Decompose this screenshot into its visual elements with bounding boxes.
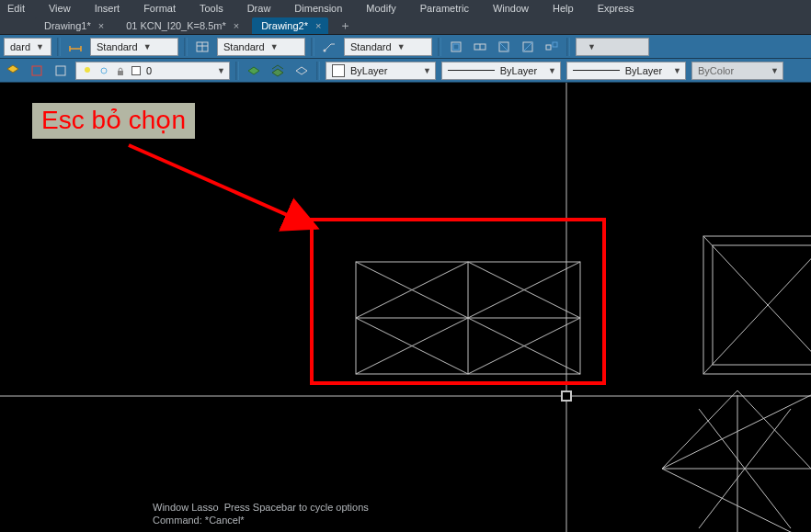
chevron-down-icon: ▼ (588, 42, 596, 51)
document-tabbar: Drawing1* × 01 KCN_I20_K=8.5m* × Drawing… (0, 17, 811, 35)
dd-label: dard (10, 41, 30, 52)
lineweight-dropdown[interactable]: ByLayer ▼ (566, 62, 686, 80)
svg-rect-12 (553, 42, 557, 47)
chevron-down-icon: ▼ (397, 42, 406, 51)
svg-rect-17 (118, 71, 123, 75)
command-history-line: Window Lasso Press Spacebar to cycle opt… (153, 501, 369, 514)
mleader-style-dropdown[interactable]: Standard ▼ (344, 38, 432, 56)
dim-style-icon[interactable] (66, 38, 85, 56)
chevron-down-icon: ▼ (36, 42, 44, 51)
dd-label: Standard (97, 41, 138, 52)
tab-drawing1[interactable]: Drawing1* × (35, 17, 111, 34)
layer-tool-icon-1[interactable] (4, 62, 22, 80)
layer-dropdown[interactable]: 0 ▼ (75, 62, 230, 80)
menu-format[interactable]: Format (143, 3, 176, 14)
scale-icon-1[interactable] (447, 38, 465, 56)
annotation-arrow-icon (123, 140, 335, 241)
separator (57, 38, 61, 56)
menu-draw[interactable]: Draw (247, 3, 271, 14)
separator (566, 38, 570, 56)
color-dropdown[interactable]: ByLayer ▼ (326, 62, 436, 80)
tab-label: Drawing1* (44, 20, 91, 31)
lineweight-sample-icon (573, 70, 620, 71)
menu-window[interactable]: Window (493, 3, 529, 14)
separator (438, 38, 441, 56)
chevron-down-icon: ▼ (143, 42, 152, 51)
layer-name: 0 (146, 65, 152, 76)
table-style-icon[interactable] (193, 38, 211, 56)
dd-label: Standard (223, 41, 265, 52)
layer-tool-icon-3[interactable] (51, 62, 70, 80)
scale-icon-3[interactable] (495, 38, 513, 56)
toolbar-row-2: 0 ▼ ByLayer ▼ ByLayer ▼ ByLayer ▼ ByColo… (0, 59, 811, 83)
separator (235, 62, 239, 80)
svg-point-16 (101, 68, 107, 74)
menu-insert[interactable]: Insert (95, 3, 120, 14)
annotation-highlight-box (310, 218, 606, 385)
svg-line-41 (662, 391, 737, 469)
plotstyle-dropdown[interactable]: ByColor ▼ (691, 62, 783, 80)
chevron-down-icon: ▼ (270, 42, 279, 51)
layer-previous-icon[interactable] (268, 62, 287, 80)
tab-label: Drawing2* (261, 20, 308, 31)
close-icon[interactable]: × (98, 20, 104, 31)
command-line[interactable]: Window Lasso Press Spacebar to cycle opt… (153, 501, 369, 526)
dd-label: Standard (350, 41, 392, 52)
close-icon[interactable]: × (234, 20, 239, 31)
menu-help[interactable]: Help (553, 3, 574, 14)
menu-parametric[interactable]: Parametric (420, 3, 469, 14)
chevron-down-icon: ▼ (673, 66, 681, 75)
svg-rect-11 (546, 45, 551, 50)
menu-edit[interactable]: Edit (7, 3, 25, 14)
dd-label: ByColor (698, 65, 734, 76)
svg-line-43 (129, 145, 316, 228)
mleader-style-icon[interactable] (320, 38, 338, 56)
annotation-label: Esc bỏ chọn (32, 103, 195, 139)
menu-tools[interactable]: Tools (200, 3, 223, 14)
menubar: Edit View Insert Format Tools Draw Dimen… (0, 0, 811, 17)
scale-list-dropdown[interactable]: ▼ (576, 38, 649, 56)
sun-icon (98, 65, 109, 76)
new-tab-button[interactable]: ＋ (334, 17, 357, 34)
scale-icon-4[interactable] (519, 38, 537, 56)
close-icon[interactable]: × (315, 20, 321, 31)
tab-kcn[interactable]: 01 KCN_I20_K=8.5m* × (117, 17, 246, 34)
text-style-dropdown-partial[interactable]: dard ▼ (4, 38, 51, 56)
separator (311, 38, 314, 56)
tab-drawing2[interactable]: Drawing2* × (252, 17, 328, 34)
linetype-sample-icon (448, 70, 495, 71)
svg-rect-34 (713, 245, 811, 365)
scale-icon-5[interactable] (543, 38, 561, 56)
svg-rect-5 (453, 44, 459, 50)
layer-tool-icon-2[interactable] (28, 62, 46, 80)
svg-line-9 (499, 42, 508, 51)
menu-express[interactable]: Express (598, 3, 634, 14)
dd-label: ByLayer (625, 65, 662, 76)
dd-label: ByLayer (500, 65, 537, 76)
separator (184, 38, 188, 56)
layer-match-icon[interactable] (292, 62, 311, 80)
svg-line-42 (737, 391, 811, 469)
chevron-down-icon: ▼ (423, 66, 431, 75)
menu-view[interactable]: View (49, 3, 71, 14)
svg-rect-13 (32, 66, 41, 75)
svg-point-15 (85, 67, 90, 73)
menu-modify[interactable]: Modify (366, 3, 395, 14)
svg-line-32 (703, 236, 811, 374)
scale-icon-2[interactable] (471, 38, 489, 56)
command-prompt-line: Command: *Cancel* (153, 514, 369, 526)
color-swatch-icon (332, 64, 345, 77)
linetype-dropdown[interactable]: ByLayer ▼ (441, 62, 561, 80)
table-style-dropdown[interactable]: Standard ▼ (217, 38, 305, 56)
dim-style-dropdown[interactable]: Standard ▼ (90, 38, 178, 56)
lock-icon (115, 65, 126, 76)
svg-line-36 (662, 469, 811, 532)
svg-point-3 (324, 49, 326, 51)
layer-states-icon[interactable] (245, 62, 263, 80)
dd-label: ByLayer (350, 65, 387, 76)
chevron-down-icon: ▼ (217, 66, 225, 75)
menu-dimension[interactable]: Dimension (294, 3, 342, 14)
color-swatch-icon (131, 66, 141, 75)
tab-label: 01 KCN_I20_K=8.5m* (126, 20, 226, 31)
svg-rect-14 (56, 66, 65, 75)
